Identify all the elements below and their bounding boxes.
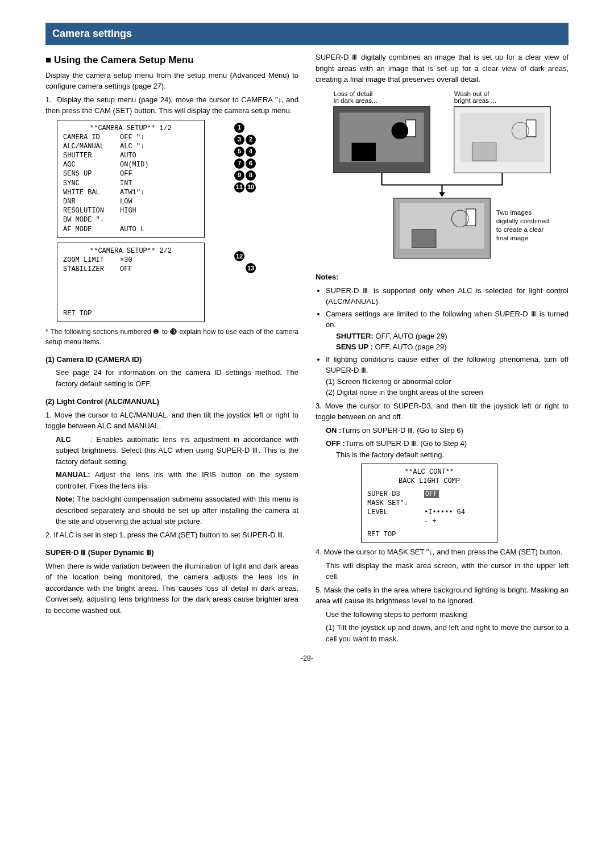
osd-setup-page-1-wrapper: **CAMERA SETUP** 1/2 CAMERA IDOFF "↓ ALC…: [45, 120, 233, 238]
osd-row-value: - +: [424, 517, 491, 526]
callout-4: 4: [246, 147, 256, 157]
section-1-text: See page 24 for information on the camer…: [56, 367, 298, 389]
osd-row-label: SYNC: [63, 179, 120, 188]
osd-row-value: OFF: [120, 265, 198, 274]
alc-text: : Enables automatic lens iris adjustment…: [56, 435, 298, 466]
osd-row-value: ×30: [120, 256, 198, 265]
on-value: Turns on SUPER-D Ⅲ. (Go to Step 6): [341, 426, 463, 435]
osd-row-label: SHUTTER: [63, 151, 120, 160]
osd2-header: **CAMERA SETUP** 2/2: [63, 247, 198, 256]
osd-row-value: HIGH: [120, 206, 198, 215]
manual-definition: MANUAL: Adjust the lens iris with the IR…: [56, 469, 298, 491]
callout-numbers-2: 12 13: [234, 251, 256, 274]
osd-row-value: ATW1"↓: [120, 188, 198, 197]
svg-text:digitally combined: digitally combined: [496, 217, 549, 224]
osd-row-label: ZOOM LIMIT: [63, 256, 120, 265]
section-2-step2: 2. If ALC is set in step 1, press the CA…: [45, 529, 298, 541]
osd-row-spacer: [367, 517, 424, 526]
osd3-h2: BACK LIGHT COMP: [367, 477, 491, 486]
figure-svg: Loss of detail in dark areas... Wash out…: [316, 89, 569, 263]
note-2-shutter: SHUTTER: OFF, AUTO (page 29): [336, 331, 569, 342]
note-3-sub-1: (1) Screen flickering or abnormal color: [326, 376, 569, 387]
osd-row-label: DNR: [63, 197, 120, 206]
osd-row-value: INT: [120, 179, 198, 188]
svg-marker-14: [439, 192, 445, 197]
callout-1: 1: [234, 123, 244, 133]
section-2-header: (2) Light Control (ALC/MANUAL): [45, 396, 298, 407]
osd3-footer: RET TOP: [367, 530, 396, 539]
callout-9: 9: [234, 170, 244, 181]
osd-row-label: STABILIZER: [63, 265, 120, 274]
osd-row-label: SUPER-D3: [367, 490, 424, 499]
note-3-text: If lighting conditions cause either of t…: [326, 355, 569, 375]
superd3-para: When there is wide variation between the…: [45, 561, 298, 616]
note-2-text: Camera settings are limited to the follo…: [326, 310, 569, 329]
callout-13: 13: [246, 263, 256, 273]
osd-setup-page-2: **CAMERA SETUP** 2/2 ZOOM LIMIT×30 STABI…: [57, 243, 205, 322]
note-3-sub-2: (2) Digital noise in the bright areas of…: [326, 387, 569, 398]
osd-row-value: •I••••• 64: [424, 508, 491, 517]
svg-rect-18: [466, 208, 476, 226]
note-label: Note:: [56, 495, 74, 503]
callout-3: 3: [234, 135, 244, 145]
callout-7: 7: [234, 158, 244, 169]
left-column: ■ Using the Camera Setup Menu Display th…: [45, 49, 298, 646]
intro-para: Display the camera setup menu from the s…: [45, 70, 298, 92]
footnote: * The following sections numbered ❶ to ⓭…: [45, 327, 298, 347]
step-1: 1. Display the setup menu (page 24), mov…: [45, 94, 298, 116]
callout-10: 10: [246, 182, 256, 193]
shutter-value: OFF, AUTO (page 29): [375, 332, 447, 340]
step-4-text: Move the cursor to MASK SET "↓, and then…: [323, 548, 562, 556]
note-block: Note: The backlight compensation submenu…: [56, 494, 298, 527]
note-2-sensup: SENS UP : OFF, AUTO (page 29): [336, 341, 569, 353]
callout-5: 5: [234, 147, 244, 157]
two-column-layout: ■ Using the Camera Setup Menu Display th…: [45, 49, 569, 646]
osd1-header: **CAMERA SETUP** 1/2: [63, 124, 198, 133]
svg-text:to create a clear: to create a clear: [496, 226, 544, 233]
callout-numbers-1: 1 32 54 76 98 1110: [234, 122, 256, 193]
step-5-sub-1: (1) Tilt the joystick up and down, and l…: [326, 622, 569, 644]
section-title-bar: Camera settings: [45, 23, 569, 45]
svg-rect-4: [352, 143, 376, 161]
superd3-cont: SUPER-D Ⅲ digitally combines an image th…: [316, 52, 569, 85]
osd-row-label: AF MODE: [63, 225, 120, 234]
section-1-header: (1) Camera ID (CAMERA ID): [45, 354, 298, 365]
section-2-step2-text: If ALC is set in step 1, press the CAM (…: [53, 531, 284, 539]
osd-row-label: WHITE BAL: [63, 188, 120, 197]
svg-rect-11: [472, 143, 496, 161]
sensup-label: SENS UP :: [336, 343, 373, 351]
note-item-3: If lighting conditions cause either of t…: [326, 354, 569, 398]
osd-alc-cont: **ALC CONT** BACK LIGHT COMP SUPER-D3OFF…: [361, 464, 497, 543]
heading-using: ■ Using the Camera Setup Menu: [45, 53, 298, 68]
osd-setup-page-2-wrapper: **CAMERA SETUP** 2/2 ZOOM LIMIT×30 STABI…: [45, 243, 233, 322]
super-d-figure: Loss of detail in dark areas... Wash out…: [316, 89, 569, 266]
svg-text:bright areas ...: bright areas ...: [454, 97, 496, 104]
notes-header: Notes:: [316, 272, 569, 283]
step-4b: This will display the mask area screen, …: [326, 560, 569, 582]
step-4: 4. Move the cursor to MASK SET "↓, and t…: [316, 546, 569, 558]
callout-6: 6: [246, 158, 256, 169]
osd-row-label: AGC: [63, 160, 120, 169]
sensup-value: OFF, AUTO (page 29): [375, 343, 446, 351]
alc-label: ALC: [56, 435, 71, 444]
osd-row-value: OFF: [424, 490, 491, 499]
on-label: ON :: [326, 426, 341, 435]
osd-row-label: LEVEL: [367, 508, 424, 517]
osd-row-value: ALC "↓: [120, 142, 198, 151]
notes-list: SUPER-D Ⅲ is supported only when ALC is …: [316, 285, 569, 398]
osd-row-value: OFF: [120, 169, 198, 178]
off-value: Turns off SUPER-D Ⅲ. (Go to Step 4): [345, 439, 467, 448]
note-text: The backlight compensation submenu assoc…: [56, 495, 298, 525]
svg-text:Two images: Two images: [496, 208, 532, 216]
note-item-2: Camera settings are limited to the follo…: [326, 308, 569, 353]
off-label: OFF :: [326, 439, 345, 448]
osd-row-label: CAMERA ID: [63, 133, 120, 142]
manual-label: MANUAL:: [56, 470, 90, 479]
svg-text:Wash out of: Wash out of: [454, 89, 489, 97]
step-5b: Use the following steps to perform maski…: [326, 609, 569, 620]
svg-text:Loss of detail: Loss of detail: [334, 89, 373, 97]
svg-text:final image: final image: [496, 233, 528, 241]
section-2-step1-text: Move the cursor to ALC/MANUAL, and then …: [45, 411, 298, 431]
osd-row-value: OFF "↓: [120, 133, 198, 142]
svg-point-6: [392, 122, 409, 139]
